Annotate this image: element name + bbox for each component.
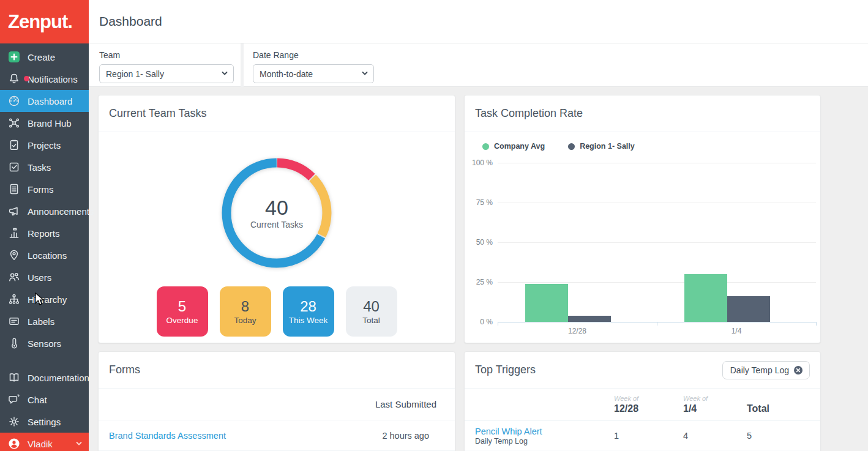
chip-label: Daily Temp Log [730, 365, 789, 375]
y-axis-tick-label: 25 % [465, 278, 493, 286]
sidebar-item-reports[interactable]: Reports [0, 222, 89, 244]
hub-icon [8, 117, 20, 129]
stat-box-total: 40Total [346, 286, 397, 337]
daily-temp-log-filter-chip[interactable]: Daily Temp Log [722, 361, 810, 379]
megaphone-icon [8, 205, 20, 217]
bar-company-avg-1-4 [684, 274, 727, 322]
bar-company-avg-12-28 [525, 284, 568, 322]
label-icon [8, 315, 20, 327]
gridline [498, 163, 816, 163]
stat-label: This Week [289, 316, 328, 325]
sidebar-item-announcements[interactable]: Announcements [0, 200, 89, 222]
sidebar-item-label: Labels [28, 316, 54, 327]
donut-center-value: 40 [265, 196, 288, 219]
gauge-icon [8, 95, 20, 107]
y-axis-tick-label: 100 % [465, 158, 493, 167]
sidebar-item-label: Sensors [28, 338, 61, 349]
app: Zenput. CreateNotificationsDashboardBran… [0, 0, 868, 451]
page-title: Dashboard [99, 14, 162, 29]
top-triggers-column-header-12-28: Week of12/28 [614, 395, 683, 414]
bar-region-1-sally-12-28 [568, 316, 611, 322]
sidebar-item-label: Settings [28, 417, 61, 427]
sidebar-user[interactable]: Vladik [0, 433, 89, 451]
chart-legend: Company AvgRegion 1- Sally [482, 142, 635, 151]
chevron-down-icon [75, 440, 83, 447]
main-area: Dashboard Team Region 1- Sally Date Rang… [89, 0, 868, 451]
sidebar-item-labels[interactable]: Labels [0, 310, 89, 332]
sidebar-item-label: Notifications [28, 74, 78, 84]
sidebar-item-settings[interactable]: Settings [0, 411, 89, 433]
sidebar-item-create[interactable]: Create [0, 46, 89, 68]
x-axis-category-label: 1/4 [657, 327, 816, 335]
sidebar-item-locations[interactable]: Locations [0, 244, 89, 266]
sidebar-item-label: Chat [28, 395, 47, 405]
notification-badge [24, 76, 29, 81]
sidebar-item-documentation[interactable]: Documentation [0, 367, 89, 389]
sidebar-item-tasks[interactable]: Tasks [0, 156, 89, 178]
y-axis-tick-label: 0 % [465, 318, 493, 326]
close-circle-icon[interactable] [793, 365, 803, 375]
card-title: Top Triggers [475, 363, 536, 376]
top-triggers-table-header: Week of12/28Week of1/4Total [465, 389, 820, 421]
sidebar-item-chat[interactable]: Chat [0, 389, 89, 411]
sidebar-footer: DocumentationChatSettingsVladik [0, 367, 89, 451]
sidebar-nav: CreateNotificationsDashboardBrand HubPro… [0, 43, 89, 354]
sidebar-item-label: Hierarchy [28, 294, 67, 305]
legend-label: Company Avg [494, 142, 545, 151]
form-link[interactable]: Brand Standards Assessment [109, 431, 226, 441]
current-team-tasks-card: Current Team Tasks 40 Current Tasks 5Ove… [98, 95, 455, 343]
checkbox-icon [8, 161, 20, 173]
form-icon [8, 183, 20, 195]
sidebar-item-label: Users [28, 272, 51, 283]
sidebar-item-users[interactable]: Users [0, 266, 89, 288]
top-triggers-column-header-1-4: Week of1/4 [683, 395, 747, 414]
zenput-logo[interactable]: Zenput. [0, 0, 89, 43]
last-submitted-column-header: Last Submitted [375, 399, 436, 409]
page-header: Dashboard [89, 0, 868, 43]
sidebar-item-label: Brand Hub [28, 118, 72, 129]
forms-table-header: Last Submitted [99, 389, 455, 420]
sidebar-item-label: Dashboard [28, 96, 72, 106]
sidebar-item-forms[interactable]: Forms [0, 178, 89, 200]
forms-table-row: Brand Standards Assessment2 hours ago [99, 420, 455, 451]
chat-icon [8, 393, 20, 406]
current-tasks-donut-chart: 40 Current Tasks [219, 155, 335, 271]
legend-item-company-avg[interactable]: Company Avg [482, 142, 545, 151]
trigger-link[interactable]: Pencil Whip Alert [475, 427, 542, 436]
sidebar-item-dashboard[interactable]: Dashboard [0, 90, 89, 112]
sidebar-item-hierarchy[interactable]: Hierarchy [0, 288, 89, 310]
forms-card: Forms Last Submitted Brand Standards Ass… [98, 351, 455, 451]
sidebar-item-sensors[interactable]: Sensors [0, 332, 89, 354]
stat-value: 28 [300, 298, 316, 316]
sidebar-item-brand-hub[interactable]: Brand Hub [0, 112, 89, 134]
sidebar-item-label: Documentation [28, 373, 89, 383]
sidebar-item-label: Reports [28, 228, 60, 239]
hierarchy-icon [8, 293, 20, 305]
task-stats-row: 5Overdue8Today28This Week40Total [99, 286, 455, 337]
thermometer-icon [8, 337, 20, 349]
stat-box-this-week: 28This Week [283, 286, 334, 337]
legend-dot [568, 143, 575, 150]
sidebar-item-projects[interactable]: Projects [0, 134, 89, 156]
bar-region-1-sally-1-4 [727, 296, 770, 322]
team-select[interactable]: Region 1- Sally [99, 64, 234, 83]
avatar-icon [8, 438, 20, 450]
legend-item-region-1-sally[interactable]: Region 1- Sally [568, 142, 635, 151]
clipboard-icon [8, 139, 20, 151]
legend-label: Region 1- Sally [580, 142, 635, 151]
bar-chart-icon [8, 227, 20, 239]
trigger-count: 5 [747, 431, 820, 441]
stat-value: 8 [241, 298, 249, 316]
card-title: Current Team Tasks [109, 107, 206, 120]
card-title: Task Completion Rate [475, 107, 583, 120]
dashboard-content: Current Team Tasks 40 Current Tasks 5Ove… [89, 87, 868, 451]
donut-center-label: Current Tasks [250, 220, 303, 229]
top-triggers-card: Top Triggers Daily Temp Log Week of12/28… [464, 351, 821, 451]
date-range-select[interactable]: Month-to-date [253, 64, 374, 83]
book-icon [8, 371, 20, 384]
sidebar-item-notifications[interactable]: Notifications [0, 68, 89, 90]
sidebar-item-label: Locations [28, 250, 67, 261]
stat-box-overdue: 5Overdue [157, 286, 208, 337]
date-range-filter: Date Range Month-to-date [244, 43, 374, 86]
sidebar-item-label: Forms [28, 184, 54, 195]
